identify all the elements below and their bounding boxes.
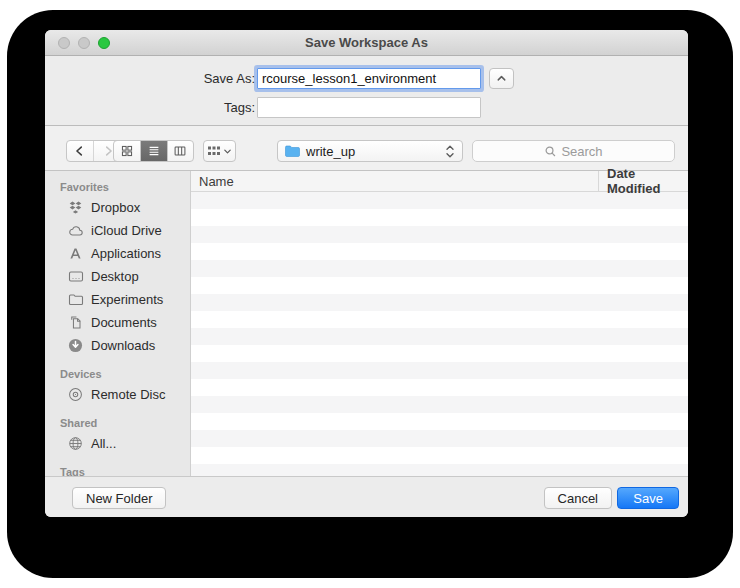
footer-bar: New Folder Cancel Save [45, 476, 688, 517]
back-button[interactable] [67, 141, 94, 161]
sidebar-item-applications[interactable]: Applications [45, 242, 190, 265]
chevron-left-icon [73, 144, 87, 158]
sidebar-item-downloads[interactable]: Downloads [45, 334, 190, 357]
folder-select-value: write_up [306, 144, 439, 159]
toolbar: write_up Search [45, 125, 688, 170]
sidebar-item-label: Remote Disc [91, 387, 165, 402]
cancel-button[interactable]: Cancel [544, 487, 612, 509]
applications-icon [67, 245, 84, 262]
column-header-name[interactable]: Name [191, 174, 234, 189]
save-button[interactable]: Save [617, 487, 679, 509]
sidebar-item-label: Experiments [91, 292, 163, 307]
document-icon [67, 314, 84, 331]
disc-icon [67, 386, 84, 403]
sidebar-item-label: Dropbox [91, 200, 140, 215]
updown-chevrons-icon [444, 144, 456, 159]
column-view-button[interactable] [167, 141, 193, 161]
sidebar-section-devices: Devices [45, 365, 190, 383]
title-bar[interactable]: Save Workspace As [45, 30, 688, 56]
list-view-icon [147, 144, 161, 158]
chevron-down-icon [223, 147, 232, 156]
group-view-icon [207, 145, 221, 157]
cloud-icon [67, 222, 84, 239]
sidebar-item-documents[interactable]: Documents [45, 311, 190, 334]
search-placeholder: Search [561, 144, 602, 159]
save-as-input[interactable] [257, 68, 481, 89]
sidebar-item-experiments[interactable]: Experiments [45, 288, 190, 311]
sidebar-section-tags: Tags [45, 463, 190, 476]
grid-view-icon [120, 144, 134, 158]
chevron-up-icon [495, 72, 508, 85]
column-header-date-modified[interactable]: Date Modified [598, 171, 688, 191]
sidebar-item-label: Documents [91, 315, 157, 330]
sidebar-item-label: Desktop [91, 269, 139, 284]
search-field[interactable]: Search [472, 140, 675, 162]
folder-icon [284, 144, 301, 158]
view-switcher [113, 140, 194, 162]
save-dialog-window: Save Workspace As Save As: Tags: [45, 30, 688, 517]
search-icon [544, 145, 557, 158]
content: Favorites Dropbox iCloud Drive [45, 170, 688, 476]
sidebar-section-favorites: Favorites [45, 178, 190, 196]
arrange-button[interactable] [203, 140, 236, 162]
expand-dialog-button[interactable] [489, 68, 514, 89]
close-button[interactable] [58, 37, 70, 49]
icon-view-button[interactable] [114, 141, 140, 161]
globe-icon [67, 435, 84, 452]
sidebar-item-all[interactable]: All... [45, 432, 190, 455]
sidebar-item-label: Downloads [91, 338, 155, 353]
tags-label: Tags: [95, 100, 255, 115]
window-title: Save Workspace As [305, 35, 428, 50]
folder-icon [67, 291, 84, 308]
sidebar: Favorites Dropbox iCloud Drive [45, 171, 191, 476]
list-view-button[interactable] [140, 141, 166, 161]
column-view-icon [173, 144, 187, 158]
sidebar-item-label: All... [91, 436, 116, 451]
tags-input[interactable] [257, 97, 481, 118]
screenshot-stage: Save Workspace As Save As: Tags: [0, 0, 740, 588]
list-header: Name Date Modified [191, 171, 688, 192]
zoom-button[interactable] [98, 37, 110, 49]
sidebar-item-remote-disc[interactable]: Remote Disc [45, 383, 190, 406]
folder-select[interactable]: write_up [277, 140, 463, 162]
sidebar-section-shared: Shared [45, 414, 190, 432]
new-folder-button[interactable]: New Folder [72, 487, 166, 509]
traffic-lights [58, 37, 110, 49]
save-as-label: Save As: [95, 71, 255, 86]
sidebar-item-label: iCloud Drive [91, 223, 162, 238]
list-body [191, 192, 688, 476]
downloads-icon [67, 337, 84, 354]
file-list: Name Date Modified [191, 171, 688, 476]
desktop-icon [67, 268, 84, 285]
minimize-button[interactable] [78, 37, 90, 49]
sidebar-item-desktop[interactable]: Desktop [45, 265, 190, 288]
form-area: Save As: Tags: [45, 56, 688, 125]
sidebar-item-dropbox[interactable]: Dropbox [45, 196, 190, 219]
dropbox-icon [67, 199, 84, 216]
sidebar-item-icloud-drive[interactable]: iCloud Drive [45, 219, 190, 242]
sidebar-item-label: Applications [91, 246, 161, 261]
